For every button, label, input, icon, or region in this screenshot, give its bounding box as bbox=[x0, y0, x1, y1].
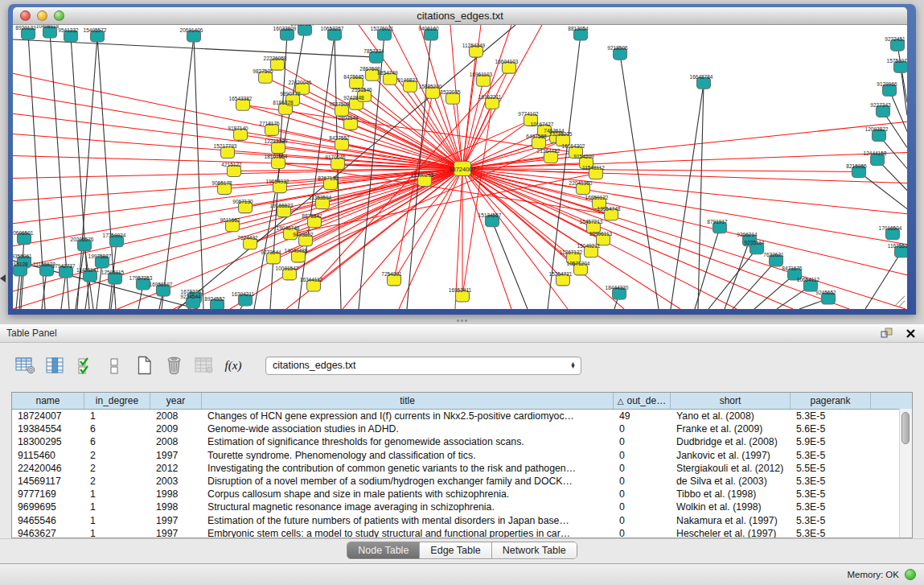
graph-node-label: 11675533 bbox=[888, 243, 907, 249]
graph-node-label: 16304211 bbox=[232, 291, 255, 297]
minimize-window-button[interactable] bbox=[37, 10, 47, 21]
column-header-name[interactable]: name bbox=[12, 393, 84, 409]
cell-title: Changes of HCN gene expression and I(f) … bbox=[202, 410, 614, 422]
graph-node-label: 19166823 bbox=[270, 203, 294, 208]
graph-node-label: 12444158 bbox=[864, 150, 887, 156]
graph-node-label: 22041360 bbox=[569, 180, 593, 186]
table-row[interactable]: 1830029562008Estimation of significance … bbox=[12, 435, 912, 448]
cell-short: Franke et al. (2009) bbox=[671, 423, 791, 435]
cell-pagerank: 5.9E-5 bbox=[791, 436, 871, 447]
column-header-in-degree[interactable]: in_degree bbox=[84, 393, 150, 409]
column-header-year[interactable]: year bbox=[150, 393, 202, 409]
table-row[interactable]: 969969511998Structural magnetic resonanc… bbox=[12, 501, 912, 513]
column-visibility-icon[interactable] bbox=[44, 355, 65, 376]
graph-node-label: 18724007 bbox=[449, 166, 475, 173]
table-row[interactable]: 1872400712008Changes of HCN gene express… bbox=[12, 410, 912, 422]
panel-title: Table Panel bbox=[6, 328, 57, 339]
graph-edge bbox=[708, 249, 757, 309]
cell-short: Stergiakouli et al. (2012) bbox=[671, 463, 791, 474]
table-row[interactable]: 1456911722003Disruption of a novel membe… bbox=[12, 475, 912, 488]
table-header-row: namein_degreeyeartitle△out_de…shortpager… bbox=[12, 393, 912, 410]
table-row[interactable]: 2242004622012Investigating the contribut… bbox=[12, 462, 912, 475]
select-all-icon[interactable] bbox=[74, 355, 95, 376]
graph-node-label: 19654932 bbox=[266, 179, 290, 184]
close-window-button[interactable] bbox=[20, 10, 31, 21]
window-titlebar[interactable]: citations_edges.txt bbox=[13, 7, 907, 25]
graph-node-label: 15217793 bbox=[214, 143, 237, 149]
cell-name: 22420046 bbox=[12, 463, 84, 474]
cell-title: Investigating the contribution of common… bbox=[202, 463, 614, 474]
column-header-filler bbox=[871, 393, 912, 409]
graph-node-label: 16164302 bbox=[562, 143, 585, 149]
cell-name: 19384554 bbox=[12, 423, 84, 435]
network-graph-svg[interactable]: 1872400789201331040811895413321540557220… bbox=[13, 25, 907, 309]
tab-network-table[interactable]: Network Table bbox=[492, 542, 577, 558]
cell-short: de Silva et al. (2003) bbox=[671, 476, 791, 487]
graph-node-label: 8813054 bbox=[568, 26, 589, 31]
graph-node-label: 15751074 bbox=[887, 58, 907, 64]
table-selector-combobox[interactable]: citations_edges.txt ▲▼ bbox=[265, 356, 581, 375]
graph-node-label: 13216205 bbox=[549, 131, 573, 137]
graph-node-label: 12213389 bbox=[265, 138, 288, 144]
cell-name: 18724007 bbox=[12, 410, 84, 422]
cell-in-degree: 2 bbox=[84, 450, 150, 461]
table-row[interactable]: 977716911998Corpus callosum shape and si… bbox=[12, 488, 912, 501]
graph-edge bbox=[725, 241, 749, 309]
column-header-pagerank[interactable]: pagerank bbox=[791, 393, 871, 409]
graph-node-label: 17016504 bbox=[879, 225, 902, 231]
cell-short: Wolkin et al. (1998) bbox=[671, 501, 791, 513]
collapse-panel-arrow-icon[interactable] bbox=[0, 274, 6, 282]
scrollbar-thumb[interactable] bbox=[901, 412, 910, 444]
cell-short: Hescheler et al. (1997) bbox=[671, 528, 791, 538]
graph-node-label: 16162211 bbox=[478, 94, 502, 100]
tab-node-table[interactable]: Node Table bbox=[347, 542, 420, 558]
column-header-title[interactable]: title bbox=[202, 393, 614, 409]
graph-edge bbox=[13, 73, 462, 168]
table-row[interactable]: 946362711997Embryonic stem cells: a mode… bbox=[12, 527, 912, 538]
deselect-all-icon[interactable] bbox=[104, 355, 125, 376]
column-header-out-de-[interactable]: △out_de… bbox=[614, 393, 671, 409]
new-column-icon[interactable] bbox=[133, 355, 154, 376]
graph-node-label: 12093822 bbox=[865, 126, 889, 132]
graph-edge bbox=[695, 228, 720, 309]
network-canvas[interactable]: 1872400789201331040811895413321540557220… bbox=[13, 25, 907, 309]
cell-title: Embryonic stem cells: a model to study s… bbox=[202, 528, 614, 538]
function-builder-icon[interactable]: f(x) bbox=[223, 355, 244, 376]
panel-splitter-handle[interactable] bbox=[455, 318, 468, 323]
graph-node-label: 16859122 bbox=[585, 195, 609, 200]
graph-node-label: 10653257 bbox=[321, 26, 344, 31]
table-mode-icon[interactable] bbox=[14, 355, 35, 376]
graph-node-label: 9234544 bbox=[180, 294, 201, 299]
cell-out-de-: 0 bbox=[614, 528, 671, 538]
graph-edge bbox=[194, 36, 203, 309]
column-header-short[interactable]: short bbox=[671, 393, 791, 409]
graph-node-label: 9242848 bbox=[343, 95, 364, 101]
cell-title: Tourette syndrome. Phenomenology and cla… bbox=[202, 450, 614, 461]
cell-short: Tibbo et al. (1998) bbox=[671, 488, 791, 500]
table-row[interactable]: 1938455462009Genome-wide association stu… bbox=[12, 422, 912, 435]
resize-grip-icon[interactable] bbox=[899, 301, 905, 307]
cell-pagerank: 5.3E-5 bbox=[791, 515, 871, 526]
cell-pagerank: 5.5E-5 bbox=[791, 463, 871, 474]
cell-year: 2012 bbox=[150, 463, 202, 474]
tab-edge-table[interactable]: Edge Table bbox=[420, 542, 491, 558]
graph-node-label: 15457213 bbox=[580, 219, 603, 225]
zoom-window-button[interactable] bbox=[54, 10, 64, 21]
resize-grip-icon[interactable] bbox=[894, 296, 905, 307]
delete-column-icon[interactable] bbox=[163, 355, 184, 376]
graph-node-label: 21364482 bbox=[537, 148, 561, 154]
graph-node-label: 2551546 bbox=[351, 87, 372, 93]
table-row[interactable]: 946554611997Estimation of the future num… bbox=[12, 514, 912, 527]
float-panel-icon[interactable] bbox=[881, 328, 893, 339]
table-row[interactable]: 911546021997Tourette syndrome. Phenomeno… bbox=[12, 449, 912, 462]
node-table: namein_degreeyeartitle△out_de…shortpager… bbox=[11, 392, 913, 538]
cell-pagerank: 5.3E-5 bbox=[791, 501, 871, 513]
table-vertical-scrollbar[interactable] bbox=[899, 409, 912, 538]
close-panel-icon[interactable] bbox=[906, 328, 916, 339]
graph-edge bbox=[298, 169, 462, 257]
graph-node-label: 2803144 bbox=[338, 115, 359, 121]
cell-pagerank: 5.3E-5 bbox=[791, 410, 871, 422]
graph-node-label: 12505115 bbox=[101, 270, 125, 275]
graph-node-label: 11156823 bbox=[33, 262, 55, 267]
graph-node-label: 9227343 bbox=[870, 102, 891, 108]
